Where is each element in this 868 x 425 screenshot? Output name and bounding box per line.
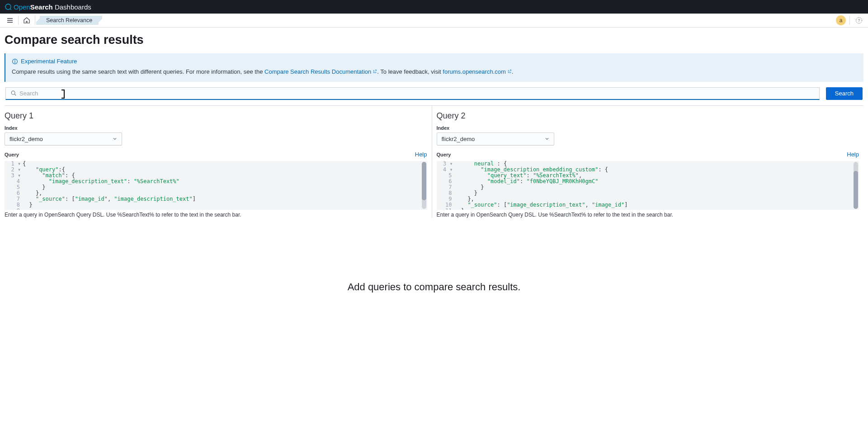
scrollbar-thumb[interactable] [422, 162, 426, 200]
nav-right: a ? [836, 15, 864, 26]
search-row: Search [5, 87, 863, 100]
index-select-wrap: flickr2_demo [5, 132, 122, 146]
brand-search: Search [30, 3, 53, 11]
query-label: Query [437, 152, 451, 157]
query-hint-2: Enter a query in OpenSearch Query DSL. U… [437, 212, 859, 218]
divider [18, 16, 19, 25]
home-icon [23, 17, 30, 24]
index-select-wrap: flickr2_demo [437, 132, 554, 146]
query-label: Query [5, 152, 19, 157]
opensearch-icon [5, 3, 12, 10]
callout-title-text: Experimental Feature [21, 58, 77, 65]
brand-open: Open [14, 3, 30, 11]
search-button[interactable]: Search [826, 87, 863, 100]
query-label-row: Query Help [5, 151, 427, 159]
scrollbar-thumb[interactable] [854, 171, 858, 209]
help-link-2[interactable]: Help [847, 151, 859, 158]
query-pane-2: Query 2 Index flickr2_demo Query Help 3 … [432, 106, 864, 218]
forums-link[interactable]: forums.opensearch.com [443, 68, 511, 75]
hamburger-icon [6, 17, 14, 24]
help-icon: ? [855, 17, 863, 24]
query-pane-1: Query 1 Index flickr2_demo Query Help 1 … [5, 106, 432, 218]
svg-rect-4 [14, 61, 15, 63]
query-2-title: Query 2 [437, 111, 859, 121]
code-lines: { "query":{ "match": { "image_descriptio… [23, 161, 427, 210]
index-label: Index [437, 125, 859, 131]
gutter: 3 ▾ 4 ▾ 5 6 7 8 9 10 11 [437, 161, 455, 210]
search-wrap [5, 87, 820, 100]
code-lines: neural : { "image_description_embedding_… [455, 161, 859, 210]
empty-state: Add queries to compare search results. [5, 218, 863, 356]
help-button[interactable]: ? [854, 15, 864, 26]
nav-left: Search Relevance [4, 14, 99, 27]
top-bar: OpenSearch Dashboards [0, 0, 868, 14]
search-input[interactable] [19, 90, 815, 97]
query-hint-1: Enter a query in OpenSearch Query DSL. U… [5, 212, 427, 218]
gutter: 1 ▾ 2 ▾ 3 ▾ 4 5 6 7 8 9 [5, 161, 23, 210]
brand-logo[interactable]: OpenSearch Dashboards [5, 3, 91, 11]
docs-link[interactable]: Compare Search Results Documentation [264, 68, 377, 75]
callout-body: Compare results using the same search te… [12, 67, 857, 76]
content: Compare search results Experimental Feat… [0, 28, 868, 362]
query-label-row: Query Help [437, 151, 859, 159]
svg-text:?: ? [858, 18, 860, 23]
svg-point-5 [11, 91, 15, 94]
divider [35, 16, 35, 25]
home-button[interactable] [20, 14, 33, 27]
search-icon [10, 90, 17, 96]
divider [849, 16, 850, 25]
page-title: Compare search results [5, 33, 863, 47]
svg-line-6 [14, 94, 16, 95]
menu-toggle-button[interactable] [4, 14, 16, 27]
avatar[interactable]: a [836, 15, 846, 25]
breadcrumb[interactable]: Search Relevance [40, 16, 99, 25]
query-editor-2[interactable]: 3 ▾ 4 ▾ 5 6 7 8 9 10 11 neural : { "imag… [437, 161, 859, 210]
index-select-1[interactable]: flickr2_demo [5, 132, 122, 146]
queries-row: Query 1 Index flickr2_demo Query Help 1 … [5, 105, 863, 218]
index-label: Index [5, 125, 427, 131]
brand-dash: Dashboards [53, 3, 91, 11]
callout-title: Experimental Feature [12, 58, 857, 65]
svg-point-3 [14, 60, 15, 61]
info-icon [12, 58, 18, 65]
experimental-callout: Experimental Feature Compare results usi… [5, 53, 863, 82]
query-1-title: Query 1 [5, 111, 427, 121]
query-editor-1[interactable]: 1 ▾ 2 ▾ 3 ▾ 4 5 6 7 8 9 { "query":{ "mat… [5, 161, 427, 210]
nav-bar: Search Relevance a ? [0, 14, 868, 28]
index-select-2[interactable]: flickr2_demo [437, 132, 554, 146]
help-link-1[interactable]: Help [415, 151, 427, 158]
